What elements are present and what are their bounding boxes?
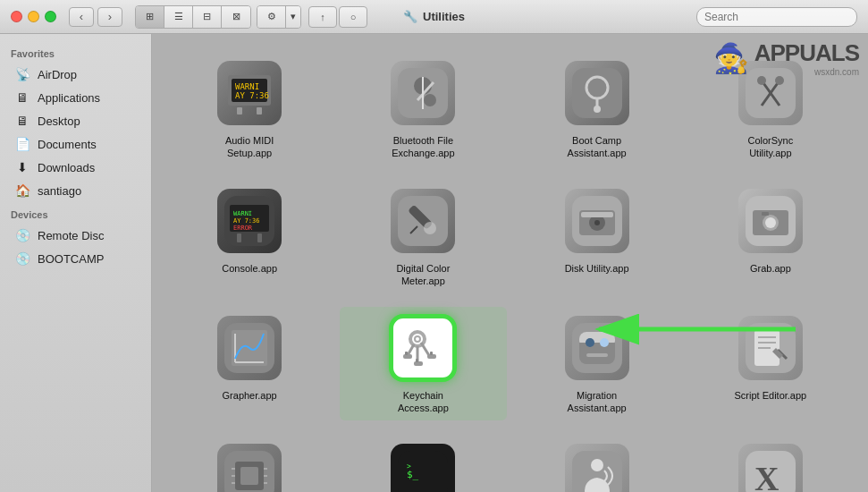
file-item-voiceover[interactable]: VoiceOverUtility.app bbox=[514, 435, 680, 492]
applications-label: Applications bbox=[38, 91, 100, 105]
voiceover-icon-wrap bbox=[561, 440, 633, 492]
keychain-icon-wrap bbox=[387, 312, 459, 384]
maximize-btn[interactable] bbox=[45, 11, 56, 22]
santiago-icon: 🏠 bbox=[14, 182, 30, 199]
svg-rect-59 bbox=[579, 343, 615, 348]
file-item-terminal[interactable]: $_ > Terminal.app bbox=[340, 435, 506, 492]
keychain-label: KeychainAccess.app bbox=[398, 389, 449, 415]
sidebar-item-downloads[interactable]: ⬇ Downloads bbox=[4, 156, 147, 179]
svg-rect-52 bbox=[416, 359, 418, 362]
terminal-icon-wrap: $_ > bbox=[387, 440, 459, 492]
bootcamp-icon: 💿 bbox=[14, 250, 30, 267]
file-item-bluetooth[interactable]: Bluetooth FileExchange.app bbox=[340, 52, 506, 165]
sidebar-item-desktop[interactable]: 🖥 Desktop bbox=[4, 109, 147, 132]
svg-rect-51 bbox=[414, 361, 423, 366]
svg-rect-5 bbox=[257, 107, 262, 115]
file-item-migration[interactable]: MigrationAssistant.app bbox=[514, 307, 680, 420]
sidebar-item-remotedisc[interactable]: 💿 Remote Disc bbox=[4, 224, 147, 247]
svg-rect-25 bbox=[237, 233, 241, 242]
grab-icon-wrap bbox=[735, 185, 806, 257]
audio-midi-label: Audio MIDISetup.app bbox=[225, 134, 274, 160]
migration-icon bbox=[565, 316, 629, 380]
svg-rect-62 bbox=[586, 353, 608, 357]
santiago-label: santiago bbox=[38, 184, 81, 198]
x11-icon: X bbox=[738, 444, 803, 492]
sidebar-item-airdrop[interactable]: 📡 AirDrop bbox=[4, 63, 147, 86]
action-btn[interactable]: ⚙ bbox=[257, 6, 286, 28]
bootcamp-app-icon-wrap bbox=[561, 57, 633, 129]
content-area: 🧙 APPUALS wsxdn.com WARNI AY 7:36 bbox=[152, 34, 868, 492]
share-btn[interactable]: ↑ bbox=[308, 6, 337, 28]
migration-icon-wrap bbox=[561, 312, 633, 384]
downloads-label: Downloads bbox=[38, 161, 95, 174]
file-item-grab[interactable]: Grab.app bbox=[687, 180, 854, 293]
file-item-x11[interactable]: X X11.app bbox=[687, 435, 854, 492]
titlebar: ‹ › ⊞ ☰ ⊟ ⊠ ⚙ ▾ ↑ ○ 🔧 Utilities bbox=[0, 0, 868, 34]
main-area: Favorites 📡 AirDrop 🖥 Applications 🖥 Des… bbox=[0, 34, 868, 492]
bootcamp-app-icon bbox=[565, 61, 629, 125]
forward-button[interactable]: › bbox=[97, 7, 122, 27]
colorsync-label: ColorSyncUtility.app bbox=[748, 134, 794, 160]
file-item-audio-midi[interactable]: WARNI AY 7:36 Audio MIDISetup.app bbox=[166, 52, 333, 165]
applications-icon: 🖥 bbox=[14, 89, 30, 106]
svg-point-9 bbox=[424, 94, 436, 106]
documents-icon: 📄 bbox=[14, 136, 30, 152]
svg-point-29 bbox=[424, 222, 436, 234]
close-btn[interactable] bbox=[11, 11, 22, 22]
sidebar-item-santiago[interactable]: 🏠 santiago bbox=[4, 179, 147, 202]
devices-section-title: Devices bbox=[0, 202, 151, 224]
view-col-btn[interactable]: ⊟ bbox=[193, 6, 222, 28]
sidebar-item-bootcamp[interactable]: 💿 BOOTCAMP bbox=[4, 247, 147, 270]
x11-icon-wrap: X bbox=[735, 440, 806, 492]
bluetooth-label: Bluetooth FileExchange.app bbox=[392, 134, 454, 160]
documents-label: Documents bbox=[38, 138, 97, 151]
file-item-keychain[interactable]: KeychainAccess.app bbox=[340, 307, 506, 420]
bluetooth-icon bbox=[391, 61, 455, 125]
airdrop-label: AirDrop bbox=[38, 68, 77, 81]
window-title: 🔧 Utilities bbox=[403, 10, 465, 23]
svg-rect-55 bbox=[405, 352, 408, 355]
minimize-btn[interactable] bbox=[28, 11, 39, 22]
back-button[interactable]: ‹ bbox=[69, 7, 94, 27]
file-item-sysinfo[interactable]: SystemInformation.app bbox=[166, 435, 333, 492]
appuals-watermark: 🧙 APPUALS wsxdn.com bbox=[713, 39, 859, 77]
audio-midi-icon: WARNI AY 7:36 bbox=[217, 61, 282, 125]
view-cover-btn[interactable]: ⊠ bbox=[222, 6, 250, 28]
file-item-digitalcolor[interactable]: Digital ColorMeter.app bbox=[340, 180, 506, 293]
scripteditor-icon-wrap bbox=[735, 312, 806, 384]
keychain-icon bbox=[391, 316, 455, 380]
digitalcolor-icon-wrap bbox=[387, 185, 459, 257]
svg-point-60 bbox=[586, 338, 594, 347]
svg-point-14 bbox=[594, 106, 601, 113]
voiceover-icon bbox=[565, 444, 629, 492]
appuals-mascot: 🧙 bbox=[713, 41, 749, 75]
search-input[interactable] bbox=[696, 7, 857, 27]
file-item-console[interactable]: WARNI AY 7:36 ERROR Console.app bbox=[166, 180, 333, 293]
file-item-scripteditor[interactable]: Script Editor.app bbox=[687, 307, 854, 420]
file-item-grapher[interactable]: Grapher.app bbox=[166, 307, 333, 420]
sidebar-item-applications[interactable]: 🖥 Applications bbox=[4, 86, 147, 109]
digitalcolor-label: Digital ColorMeter.app bbox=[396, 262, 450, 288]
file-item-bootcamp[interactable]: Boot CampAssistant.app bbox=[514, 52, 680, 165]
sidebar-item-documents[interactable]: 📄 Documents bbox=[4, 132, 147, 156]
desktop-icon: 🖥 bbox=[14, 113, 30, 129]
svg-rect-49 bbox=[430, 352, 433, 355]
tag-btn[interactable]: ○ bbox=[339, 6, 367, 28]
svg-text:AY 7:36: AY 7:36 bbox=[233, 217, 260, 225]
action-chevron[interactable]: ▾ bbox=[286, 6, 300, 28]
diskutil-icon bbox=[565, 189, 629, 253]
view-list-btn[interactable]: ☰ bbox=[164, 6, 193, 28]
svg-text:WARNI: WARNI bbox=[233, 210, 252, 217]
file-item-diskutil[interactable]: Disk Utility.app bbox=[514, 180, 680, 293]
desktop-label: Desktop bbox=[38, 115, 80, 128]
console-icon: WARNI AY 7:36 ERROR bbox=[217, 189, 282, 253]
grapher-icon-wrap bbox=[214, 312, 285, 384]
sysinfo-icon bbox=[217, 444, 282, 492]
bootcamp-label: BOOTCAMP bbox=[38, 252, 104, 266]
scripteditor-icon bbox=[738, 316, 803, 380]
folder-icon: 🔧 bbox=[403, 10, 417, 23]
svg-rect-4 bbox=[237, 107, 242, 115]
diskutil-icon-wrap bbox=[561, 185, 633, 257]
diskutil-label: Disk Utility.app bbox=[565, 262, 629, 275]
view-icon-btn[interactable]: ⊞ bbox=[136, 6, 164, 28]
